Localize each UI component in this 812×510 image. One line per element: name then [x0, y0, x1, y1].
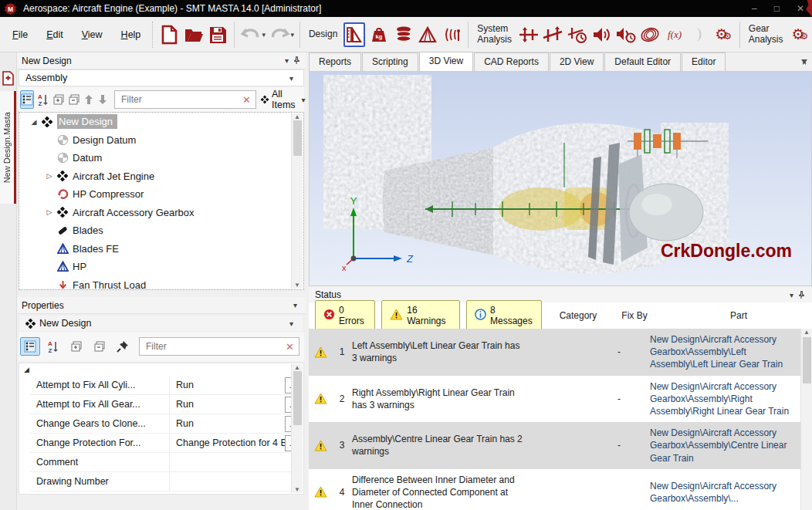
- tab-scripting[interactable]: Scripting: [362, 52, 418, 71]
- pin-icon[interactable]: [293, 56, 301, 65]
- column-header-category[interactable]: Category: [553, 310, 604, 321]
- system-deflection-button[interactable]: [543, 22, 564, 47]
- redo-dropdown[interactable]: ▾: [291, 31, 295, 39]
- property-value[interactable]: [169, 453, 285, 471]
- warnings-filter-button[interactable]: 16 Warnings: [381, 300, 460, 331]
- acoustic-analysis-button[interactable]: [591, 22, 613, 47]
- menu-help[interactable]: Help: [113, 26, 149, 43]
- tab-default-editor[interactable]: Default Editor: [604, 52, 681, 71]
- properties-target-selector[interactable]: New Design ▾: [19, 315, 304, 332]
- expand-all-button[interactable]: [52, 90, 65, 109]
- tree-item-blades-fe[interactable]: Blades FE: [19, 240, 303, 258]
- property-value[interactable]: Run: [169, 414, 285, 433]
- properties-scrollbar[interactable]: ▲▼: [291, 364, 303, 493]
- move-up-button[interactable]: [83, 90, 94, 109]
- properties-filter-input[interactable]: [144, 340, 286, 353]
- tab-cad-reports[interactable]: CAD Reports: [474, 52, 549, 71]
- status-row[interactable]: 3Assembly\Centre Linear Gear Train has 2…: [309, 422, 812, 469]
- errors-filter-button[interactable]: 0 Errors: [315, 300, 375, 331]
- tree-item-datum[interactable]: Datum: [19, 149, 303, 167]
- menu-view[interactable]: View: [74, 26, 110, 43]
- properties-view-toggle-button[interactable]: [20, 337, 40, 356]
- inactive-tool-button[interactable]: [689, 22, 710, 47]
- property-value[interactable]: Run: [169, 395, 285, 414]
- menu-edit[interactable]: Edit: [39, 26, 71, 43]
- assembly-selector[interactable]: Assembly ▾: [19, 69, 304, 86]
- sort-alphabetical-button[interactable]: AZ: [37, 90, 49, 109]
- properties-clear-filter-icon[interactable]: ✕: [286, 341, 294, 353]
- expander-collapsed-icon[interactable]: ▷: [44, 172, 55, 180]
- column-header-fix-by[interactable]: Fix By: [604, 310, 665, 321]
- document-tab[interactable]: New Design.Masta: [0, 91, 16, 204]
- move-down-button[interactable]: [97, 90, 108, 109]
- properties-expand-all-button[interactable]: [66, 337, 86, 356]
- property-value[interactable]: Run: [169, 376, 285, 394]
- menu-file[interactable]: File: [5, 26, 36, 43]
- expander-expanded-icon[interactable]: ◢: [29, 118, 39, 126]
- tab-editor[interactable]: Editor: [682, 52, 726, 71]
- design-panel-dropdown[interactable]: ▾: [281, 56, 293, 65]
- tree-item-aircraft-jet-engine[interactable]: ▷Aircraft Jet Engine: [19, 167, 303, 186]
- status-dropdown[interactable]: ▾: [786, 291, 797, 299]
- status-part-link[interactable]: New Design\Aircraft Accessory Gearbox\As…: [650, 427, 797, 464]
- design-mode-button[interactable]: [343, 22, 365, 47]
- undo-dropdown[interactable]: ▾: [262, 31, 266, 39]
- status-row[interactable]: 4Difference Between Inner Diameter and D…: [309, 469, 812, 510]
- status-part-link[interactable]: New Design\Aircraft Accessory Gearbox\As…: [650, 380, 797, 418]
- clear-filter-icon[interactable]: ✕: [242, 94, 251, 106]
- tree-item-fan-thrust-load[interactable]: Fan Thrust Load: [19, 276, 303, 291]
- database-button[interactable]: [393, 22, 414, 47]
- all-items-selector[interactable]: All Items ▾: [261, 89, 309, 110]
- status-scrollbar[interactable]: ▲: [800, 329, 812, 510]
- power-flow-button[interactable]: [518, 22, 540, 47]
- harmonic-analysis-button[interactable]: [442, 22, 463, 47]
- maximize-button[interactable]: □: [774, 3, 780, 14]
- acoustic-time-button[interactable]: [615, 22, 637, 47]
- 3d-viewport[interactable]: Y Z x CrkDongle.com: [309, 71, 812, 286]
- properties-panel-dropdown[interactable]: ▾: [289, 301, 301, 309]
- property-value[interactable]: Change Protection for 4 Bearin: [169, 434, 285, 452]
- status-part-link[interactable]: New Design\Aircraft Accessory Gearbox\As…: [650, 480, 797, 505]
- messages-filter-button[interactable]: 8 Messages: [466, 300, 542, 331]
- advanced-system-deflection-button[interactable]: [567, 22, 588, 47]
- save-button[interactable]: [207, 22, 228, 47]
- properties-collapse-all-button[interactable]: [90, 337, 110, 356]
- tree-item-aircraft-accessory-gearbox[interactable]: ▷Aircraft Accessory Gearbox: [19, 204, 303, 222]
- tab-2d-view[interactable]: 2D View: [550, 52, 604, 71]
- tabbar-pin-icon[interactable]: [800, 57, 809, 66]
- fe-model-button[interactable]: [417, 22, 438, 47]
- gear-whine-button[interactable]: ⚙⚙: [712, 22, 734, 47]
- tree-item-new-design[interactable]: ◢New Design: [19, 113, 303, 131]
- mass-properties-button[interactable]: kg: [368, 22, 390, 47]
- new-document-tab-icon[interactable]: [2, 71, 15, 86]
- status-row[interactable]: 1Left Assembly\Left Linear Gear Train ha…: [309, 329, 812, 376]
- tab-reports[interactable]: Reports: [309, 52, 361, 71]
- minimize-button[interactable]: –: [752, 3, 757, 14]
- tree-scrollbar[interactable]: ▲▼: [291, 113, 303, 289]
- unpin-properties-button[interactable]: [113, 337, 133, 356]
- gear-analysis-button[interactable]: ⚙⚙: [790, 22, 811, 47]
- collapse-all-button[interactable]: [68, 90, 80, 109]
- tree-item-hp[interactable]: HP: [19, 258, 303, 276]
- tree-item-design-datum[interactable]: Design Datum: [19, 131, 303, 150]
- redo-button[interactable]: [269, 22, 290, 47]
- tree-item-blades[interactable]: Blades: [19, 221, 303, 240]
- column-header-part[interactable]: Part: [665, 310, 812, 321]
- status-pin-icon[interactable]: [797, 291, 806, 299]
- properties-sort-button[interactable]: AZ: [43, 337, 63, 356]
- whine-analysis-button[interactable]: [640, 22, 661, 47]
- tab-3d-view[interactable]: 3D View: [419, 52, 473, 71]
- properties-group-expander[interactable]: ◢: [19, 363, 303, 376]
- tree-filter-input[interactable]: [120, 93, 242, 106]
- property-value[interactable]: [169, 472, 285, 491]
- tree-item-hp-compressor[interactable]: HP Compressor: [19, 185, 303, 204]
- expander-collapsed-icon[interactable]: ▷: [44, 208, 55, 216]
- status-part-link[interactable]: New Design\Aircraft Accessory Gearbox\As…: [650, 333, 797, 371]
- close-button[interactable]: ✕: [797, 3, 804, 14]
- open-file-button[interactable]: [183, 22, 205, 47]
- new-file-button[interactable]: [158, 22, 180, 47]
- parametric-study-button[interactable]: f(x): [664, 22, 685, 47]
- tree-view-toggle-button[interactable]: [20, 90, 34, 109]
- status-row[interactable]: 2Right Assembly\Right Linear Gear Train …: [309, 376, 812, 423]
- undo-button[interactable]: [240, 22, 262, 47]
